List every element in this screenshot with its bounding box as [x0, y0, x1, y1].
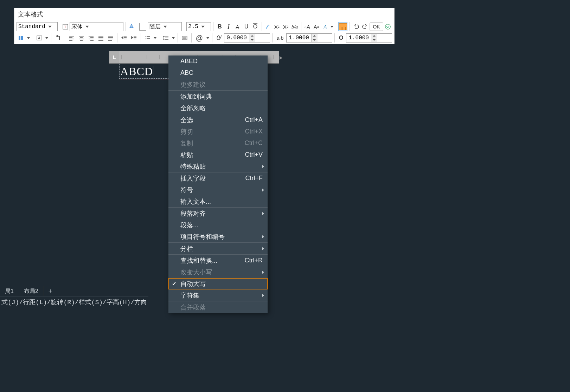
strikethrough-button[interactable]: A — [233, 22, 242, 31]
ruler-toggle-button[interactable] — [338, 22, 347, 31]
text-height-combo[interactable]: 2.5 — [186, 22, 211, 31]
paragraph-button[interactable] — [53, 33, 63, 43]
spinner-up-icon[interactable] — [249, 34, 255, 38]
width-factor-spinner[interactable]: 1.0000 — [346, 33, 392, 43]
color-combo[interactable]: 随层 — [148, 22, 182, 31]
menu-insert-field[interactable]: 插入字段Ctrl+F — [168, 172, 268, 184]
width-factor-label: O — [337, 33, 345, 43]
menu-find-replace[interactable]: 查找和替换...Ctrl+R — [168, 255, 268, 266]
bold-button[interactable]: B — [216, 22, 224, 31]
font-value: 宋体 — [70, 23, 84, 31]
tab-add[interactable]: + — [44, 286, 58, 296]
svg-text:A: A — [38, 36, 40, 40]
menu-paste[interactable]: 粘贴Ctrl+V — [168, 149, 268, 161]
italic-button[interactable]: I — [224, 22, 232, 31]
text-style-font-icon: T — [62, 22, 69, 31]
menu-paragraph[interactable]: 段落... — [168, 219, 268, 231]
align-right-button[interactable] — [87, 33, 96, 43]
menu-paste-special[interactable]: 特殊粘贴 — [168, 161, 268, 172]
insert-field-button[interactable] — [180, 33, 189, 43]
indent-decrease-button[interactable] — [120, 33, 129, 43]
clear-format-icon[interactable] — [264, 22, 272, 31]
annotative-icon[interactable] — [128, 22, 135, 31]
menu-paragraph-align[interactable]: 段落对齐 — [168, 208, 268, 219]
menu-columns[interactable]: 分栏 — [168, 243, 268, 254]
menu-spell-suggestion-1[interactable]: ABED — [168, 55, 268, 67]
command-line[interactable]: 式(J)/行距(L)/旋转(R)/样式(S)/字高(H)/方向 — [0, 296, 148, 307]
spinner-down-icon[interactable] — [371, 38, 377, 42]
uppercase-button[interactable]: aA — [303, 22, 311, 31]
subscript-button[interactable]: X2 — [282, 22, 290, 31]
color-swatch[interactable] — [139, 23, 146, 31]
mtext-justify-dropdown[interactable] — [45, 33, 49, 43]
line-spacing-button[interactable] — [161, 33, 171, 43]
oblique-value: 0.0000 — [224, 34, 249, 42]
menu-import-text[interactable]: 输入文本... — [168, 196, 268, 207]
color-value: 随层 — [148, 23, 162, 31]
menu-spell-suggestion-2[interactable]: ABC — [168, 67, 268, 79]
symbol-button[interactable]: @ — [194, 33, 205, 43]
oblique-label: 0/ — [214, 33, 223, 43]
spinner-up-icon[interactable] — [371, 34, 377, 38]
align-justify-button[interactable] — [96, 33, 105, 43]
text-style-value: Standard — [17, 24, 47, 30]
font-preview-dropdown[interactable] — [330, 22, 334, 31]
font-combo[interactable]: 宋体 — [70, 22, 123, 31]
menu-bullets-numbering[interactable]: 项目符号和编号 — [168, 231, 268, 242]
lowercase-button[interactable]: Aa — [312, 22, 320, 31]
tracking-spinner[interactable]: 1.0000 — [286, 33, 332, 43]
align-center-button[interactable] — [77, 33, 86, 43]
menu-ignore-all[interactable]: 全部忽略 — [168, 102, 268, 114]
menu-symbol[interactable]: 符号 — [168, 184, 268, 196]
numbered-list-button[interactable]: 12 — [143, 33, 152, 43]
mtext-justify-button[interactable]: A — [35, 33, 44, 43]
symbol-dropdown[interactable] — [206, 33, 210, 43]
mtext-content: ABCD — [120, 65, 153, 78]
font-preview-button[interactable]: A — [321, 22, 329, 31]
ok-button[interactable]: OK — [370, 22, 383, 31]
spinner-down-icon[interactable] — [312, 38, 318, 42]
chevron-down-icon — [84, 22, 90, 31]
menu-autocaps[interactable]: 自动大写 — [168, 278, 268, 289]
tab-layout1[interactable]: 局1 — [0, 286, 19, 296]
overline-button[interactable]: O — [251, 22, 259, 31]
text-height-value: 2.5 — [187, 24, 200, 30]
text-format-toolbar: 文本格式 Standard T 宋体 随层 2.5 B I A U O — [14, 8, 395, 44]
tab-layout2[interactable]: 布局2 — [19, 286, 44, 296]
align-left-button[interactable] — [67, 33, 76, 43]
menu-select-all[interactable]: 全选Ctrl+A — [168, 114, 268, 126]
toolbar-title: 文本格式 — [14, 8, 394, 21]
tracking-label: a·b — [275, 33, 286, 43]
line-spacing-dropdown[interactable] — [171, 33, 175, 43]
toolbar-row-1: Standard T 宋体 随层 2.5 B I A U O X2 X2 b — [14, 21, 394, 33]
ruler-icon — [339, 23, 347, 30]
columns-dropdown[interactable] — [26, 33, 31, 43]
svg-rect-9 — [182, 36, 187, 40]
align-distribute-button[interactable] — [106, 33, 115, 43]
stack-fraction-button[interactable]: b/a — [290, 22, 299, 31]
spinner-down-icon[interactable] — [249, 38, 255, 42]
menu-charset[interactable]: 字符集 — [168, 289, 268, 301]
undo-button[interactable] — [352, 22, 360, 31]
tracking-value: 1.0000 — [287, 34, 311, 42]
underline-button[interactable]: U — [242, 22, 250, 31]
numbered-list-dropdown[interactable] — [153, 33, 157, 43]
width-factor-value: 1.0000 — [346, 34, 371, 42]
options-button[interactable] — [384, 22, 392, 31]
menu-add-to-dict[interactable]: 添加到词典 — [168, 91, 268, 102]
oblique-spinner[interactable]: 0.0000 — [224, 33, 270, 43]
superscript-button[interactable]: X2 — [273, 22, 281, 31]
svg-text:2: 2 — [145, 38, 146, 40]
indent-increase-button[interactable] — [129, 33, 139, 43]
ruler-end-marker-icon[interactable] — [280, 56, 282, 60]
ruler-first-indent-icon[interactable]: L — [109, 51, 119, 63]
redo-button[interactable] — [361, 22, 369, 31]
spinner-up-icon[interactable] — [312, 34, 318, 38]
toolbar-row-2: A 12 @ 0/ 0.0000 a·b 1.0000 — [14, 33, 394, 44]
menu-cut: 剪切Ctrl+X — [168, 126, 268, 137]
text-style-combo[interactable]: Standard — [17, 22, 58, 31]
chevron-down-icon — [200, 22, 206, 31]
chevron-down-icon — [47, 22, 53, 31]
columns-button[interactable] — [17, 33, 26, 43]
mtext-editor[interactable]: ABCD — [119, 64, 171, 79]
